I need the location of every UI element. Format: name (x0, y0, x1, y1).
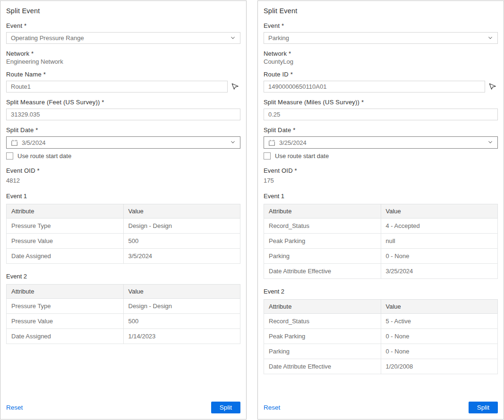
reset-button[interactable]: Reset (6, 404, 23, 411)
column-header-attribute: Attribute (7, 204, 124, 218)
table-row: Record_Status 5 - Active (264, 314, 498, 329)
panel-title: Split Event (264, 7, 498, 15)
split-date-label: Split Date * (264, 126, 498, 134)
table-row: Pressure Type Design - Design (7, 218, 240, 234)
split-measure-label: Split Measure (Miles (US Survey)) * (264, 99, 498, 106)
calendar-icon (11, 139, 18, 146)
value-cell: 3/25/2024 (381, 264, 498, 279)
column-header-value: Value (381, 300, 498, 314)
table-row: Date Assigned 3/5/2024 (7, 249, 240, 264)
use-route-start-date-row: Use route start date (6, 152, 240, 160)
route-label: Route Name * (6, 71, 240, 78)
event-oid-value: 175 (264, 177, 498, 184)
value-cell: 4 - Accepted (381, 218, 498, 234)
panel-footer: Reset Split (264, 397, 498, 413)
value-cell: Design - Design (123, 299, 240, 314)
attribute-cell: Record_Status (264, 314, 381, 329)
value-cell: null (381, 234, 498, 249)
event-2-heading: Event 2 (264, 288, 498, 295)
event-2-table: Attribute Value Record_Status 5 - Active… (264, 299, 498, 374)
route-field: Route Name * (6, 71, 240, 92)
event-select[interactable]: Parking (264, 32, 498, 44)
event-1-table: Attribute Value Record_Status 4 - Accept… (264, 204, 498, 279)
split-measure-input[interactable] (264, 109, 498, 120)
split-date-value: 3/5/2024 (22, 139, 230, 146)
chevron-down-icon (230, 138, 236, 147)
network-field: Network * CountyLog (264, 50, 498, 65)
event-2-heading: Event 2 (6, 273, 240, 280)
value-cell: 1/14/2023 (123, 329, 240, 344)
table-row: Record_Status 4 - Accepted (264, 218, 498, 234)
table-row: Pressure Type Design - Design (7, 299, 240, 314)
event-1-heading: Event 1 (264, 193, 498, 200)
event-label: Event * (264, 22, 498, 29)
event-2-table: Attribute Value Pressure Type Design - D… (6, 284, 240, 344)
route-input[interactable] (264, 81, 485, 92)
table-row: Peak Parking null (264, 234, 498, 249)
column-header-attribute: Attribute (264, 300, 381, 314)
table-row: Parking 0 - None (264, 344, 498, 359)
attribute-cell: Record_Status (264, 218, 381, 234)
select-route-on-map-button[interactable] (487, 81, 498, 92)
split-date-field: Split Date * 3/5/2024 (6, 126, 240, 149)
event-label: Event * (6, 22, 240, 29)
split-measure-label: Split Measure (Feet (US Survey)) * (6, 99, 240, 106)
split-button[interactable]: Split (211, 402, 240, 413)
event-select-value: Operating Pressure Range (11, 34, 84, 42)
split-date-picker[interactable]: 3/25/2024 (264, 136, 498, 149)
use-route-start-date-checkbox[interactable] (6, 152, 13, 160)
network-value: CountyLog (264, 58, 498, 65)
event-field: Event * Operating Pressure Range (6, 22, 240, 44)
value-cell: 500 (123, 234, 240, 249)
column-header-value: Value (123, 204, 240, 218)
value-cell: 500 (123, 314, 240, 329)
event-1-table: Attribute Value Pressure Type Design - D… (6, 204, 240, 264)
column-header-value: Value (381, 204, 498, 218)
network-label: Network * (6, 50, 240, 57)
value-cell: 3/5/2024 (123, 249, 240, 264)
table-row: Pressure Value 500 (7, 314, 240, 329)
value-cell: Design - Design (123, 218, 240, 234)
table-row: Parking 0 - None (264, 249, 498, 264)
event-select-value: Parking (268, 34, 289, 42)
calendar-icon (268, 139, 275, 146)
pointer-cursor-icon (488, 82, 497, 92)
split-date-field: Split Date * 3/25/2024 (264, 126, 498, 149)
network-field: Network * Engineering Network (6, 50, 240, 65)
chevron-down-icon (487, 138, 493, 147)
event-oid-label: Event OID * (264, 167, 498, 174)
attribute-cell: Date Attribute Effective (264, 359, 381, 374)
table-row: Pressure Value 500 (7, 234, 240, 249)
split-measure-input[interactable] (6, 109, 240, 120)
value-cell: 0 - None (381, 329, 498, 344)
route-input[interactable] (6, 81, 228, 92)
event-oid-field: Event OID * 4812 (6, 167, 240, 184)
event-select[interactable]: Operating Pressure Range (6, 32, 240, 44)
value-cell: 5 - Active (381, 314, 498, 329)
value-cell: 0 - None (381, 344, 498, 359)
table-row: Date Attribute Effective 3/25/2024 (264, 264, 498, 279)
event-1-heading: Event 1 (6, 193, 240, 200)
use-route-start-date-checkbox[interactable] (264, 152, 271, 160)
chevron-down-icon (487, 34, 493, 42)
event-2-section: Event 2 Attribute Value Pressure Type De… (6, 273, 240, 344)
split-date-value: 3/25/2024 (279, 139, 487, 146)
split-measure-field: Split Measure (Feet (US Survey)) * (6, 99, 240, 120)
split-button[interactable]: Split (469, 402, 498, 413)
use-route-start-date-label: Use route start date (17, 152, 71, 160)
attribute-cell: Pressure Type (7, 218, 124, 234)
event-field: Event * Parking (264, 22, 498, 44)
route-field: Route ID * (264, 71, 498, 92)
table-row: Peak Parking 0 - None (264, 329, 498, 344)
value-cell: 0 - None (381, 249, 498, 264)
attribute-cell: Parking (264, 344, 381, 359)
event-1-section: Event 1 Attribute Value Pressure Type De… (6, 193, 240, 264)
attribute-cell: Date Assigned (7, 329, 124, 344)
split-date-picker[interactable]: 3/5/2024 (6, 136, 240, 149)
attribute-cell: Pressure Value (7, 234, 124, 249)
event-oid-value: 4812 (6, 177, 240, 184)
column-header-attribute: Attribute (7, 285, 124, 299)
select-route-on-map-button[interactable] (229, 81, 240, 92)
reset-button[interactable]: Reset (264, 404, 280, 411)
attribute-cell: Date Assigned (7, 249, 124, 264)
